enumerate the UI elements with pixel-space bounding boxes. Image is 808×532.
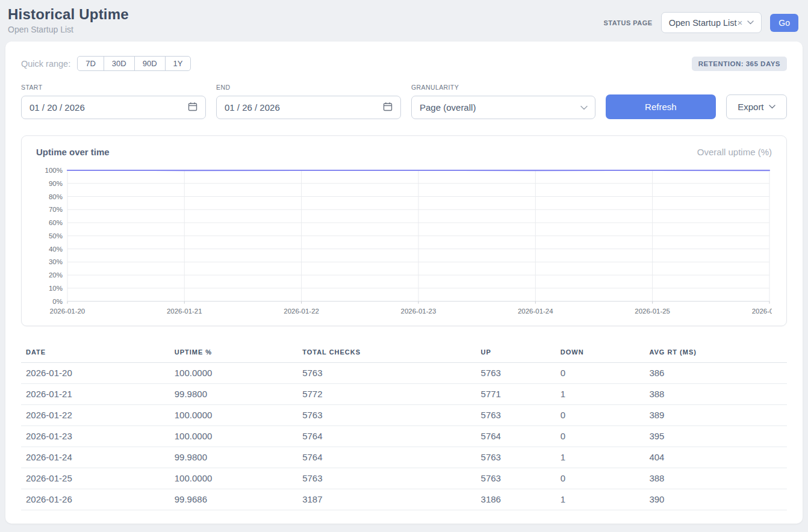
page-title: Historical Uptime (8, 6, 129, 23)
table-header-row: DATE UPTIME % TOTAL CHECKS UP DOWN AVG R… (21, 342, 787, 363)
table-row: 2026-01-2199.9800577257711388 (21, 383, 787, 404)
header-controls: STATUS PAGE Open Startup List × Go (603, 12, 798, 33)
col-date: DATE (21, 342, 170, 363)
page-header: Historical Uptime Open Startup List STAT… (0, 0, 808, 42)
svg-text:10%: 10% (49, 285, 63, 292)
svg-text:2026-01-23: 2026-01-23 (401, 308, 437, 315)
chart-header: Uptime over time Overall uptime (%) (36, 147, 772, 157)
svg-text:2026-01-24: 2026-01-24 (518, 308, 553, 315)
granularity-field-wrap: GRANULARITY Page (overall) (411, 84, 595, 119)
uptime-table: DATE UPTIME % TOTAL CHECKS UP DOWN AVG R… (21, 342, 787, 510)
svg-text:80%: 80% (49, 193, 63, 200)
table-row: 2026-01-2499.9800576457631404 (21, 447, 787, 468)
quick-range-group: 7D 30D 90D 1Y (77, 56, 191, 71)
quick-range-90d[interactable]: 90D (134, 56, 166, 71)
svg-text:0%: 0% (52, 298, 63, 305)
clear-icon[interactable]: × (738, 17, 743, 28)
retention-badge: RETENTION: 365 DAYS (692, 57, 787, 71)
status-page-label: STATUS PAGE (603, 19, 652, 26)
svg-text:30%: 30% (49, 258, 63, 265)
col-avg-rt: AVG RT (MS) (644, 342, 787, 363)
svg-text:70%: 70% (49, 206, 63, 213)
calendar-icon[interactable] (383, 102, 393, 113)
quick-range-7d[interactable]: 7D (77, 56, 104, 71)
export-button[interactable]: Export (726, 94, 787, 119)
chart-legend: Overall uptime (%) (697, 147, 772, 157)
quick-range-row: Quick range: 7D 30D 90D 1Y RETENTION: 36… (21, 56, 787, 71)
quick-range-1y[interactable]: 1Y (165, 56, 191, 71)
title-block: Historical Uptime Open Startup List (8, 6, 129, 34)
uptime-line-chart: 0%10%20%30%40%50%60%70%80%90%100%2026-01… (36, 165, 772, 318)
svg-text:50%: 50% (49, 232, 63, 240)
start-field-wrap: START 01 / 20 / 2026 (21, 84, 206, 119)
svg-text:20%: 20% (49, 271, 63, 279)
svg-text:2026-01-26: 2026-01-26 (752, 308, 772, 315)
page-subtitle: Open Startup List (8, 25, 129, 34)
svg-text:100%: 100% (45, 167, 63, 174)
quick-range-30d[interactable]: 30D (104, 56, 135, 71)
svg-text:2026-01-22: 2026-01-22 (284, 308, 319, 315)
end-field-wrap: END 01 / 26 / 2026 (216, 84, 401, 119)
start-date-input[interactable]: 01 / 20 / 2026 (21, 96, 206, 119)
col-down: DOWN (556, 342, 645, 363)
refresh-button[interactable]: Refresh (606, 94, 716, 119)
end-label: END (216, 84, 401, 91)
granularity-selected-value: Page (overall) (420, 102, 476, 113)
table-row: 2026-01-25100.0000576357630388 (21, 468, 787, 489)
col-uptime: UPTIME % (170, 342, 297, 363)
col-up: UP (476, 342, 556, 363)
start-label: START (21, 84, 206, 91)
main-panel: Quick range: 7D 30D 90D 1Y RETENTION: 36… (5, 42, 803, 524)
table-row: 2026-01-23100.0000576457640395 (21, 425, 787, 447)
quick-range-group-wrap: Quick range: 7D 30D 90D 1Y (21, 56, 191, 71)
svg-text:40%: 40% (49, 246, 63, 253)
uptime-table-head: DATE UPTIME % TOTAL CHECKS UP DOWN AVG R… (21, 342, 787, 363)
chevron-down-icon (580, 105, 587, 110)
col-total-checks: TOTAL CHECKS (297, 342, 476, 363)
uptime-table-body: 2026-01-20100.00005763576303862026-01-21… (21, 362, 787, 510)
end-date-input[interactable]: 01 / 26 / 2026 (216, 96, 401, 119)
table-row: 2026-01-2699.9686318731861390 (21, 489, 787, 510)
chevron-down-icon (747, 20, 754, 25)
svg-text:2026-01-21: 2026-01-21 (167, 308, 202, 315)
svg-text:2026-01-25: 2026-01-25 (635, 308, 670, 315)
granularity-label: GRANULARITY (411, 84, 595, 91)
table-row: 2026-01-20100.0000576357630386 (21, 362, 787, 383)
calendar-icon[interactable] (188, 102, 197, 113)
chevron-down-icon (769, 105, 775, 109)
svg-text:60%: 60% (49, 219, 63, 226)
end-date-value: 01 / 26 / 2026 (225, 102, 280, 113)
chart-svg: 0%10%20%30%40%50%60%70%80%90%100%2026-01… (36, 165, 772, 318)
filter-form-row: START 01 / 20 / 2026 END 01 / 26 / 2026 … (21, 84, 787, 119)
status-page-selected-value: Open Startup List (669, 18, 737, 28)
quick-range-label: Quick range: (21, 59, 70, 69)
uptime-chart-card: Uptime over time Overall uptime (%) 0%10… (21, 135, 787, 326)
export-button-label: Export (738, 102, 763, 112)
svg-text:90%: 90% (49, 180, 63, 187)
granularity-select[interactable]: Page (overall) (411, 96, 595, 119)
status-page-select[interactable]: Open Startup List × (661, 12, 762, 33)
go-button[interactable]: Go (770, 14, 798, 32)
table-row: 2026-01-22100.0000576357630389 (21, 404, 787, 425)
chart-title: Uptime over time (36, 147, 110, 157)
svg-text:2026-01-20: 2026-01-20 (50, 308, 85, 315)
start-date-value: 01 / 20 / 2026 (30, 102, 85, 113)
